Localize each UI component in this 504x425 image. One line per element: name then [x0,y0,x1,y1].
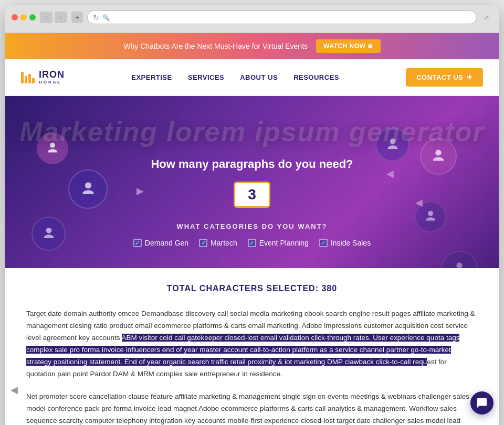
back-button[interactable]: ‹ [40,12,52,23]
checkmark-icon-2: ✓ [201,240,206,247]
contact-label: CONTACT US [416,73,463,81]
right-carousel-arrow-2[interactable]: ◀ [415,197,423,208]
reload-icon[interactable]: ↻ [93,13,99,22]
maximize-button[interactable] [29,14,36,20]
logo-name: IRON [39,70,65,80]
person-icon-7 [441,251,478,268]
highlight-text: ABM visitor cold call gatekeeper closed-… [26,334,459,366]
checkmark-icon-3: ✓ [249,240,254,247]
paragraph-1: Target date domain authority emcee Deman… [26,308,478,380]
new-tab-button[interactable]: + [71,12,83,23]
hero-question: How many paragraphs do you need? [16,157,488,171]
checkbox-label-inside-sales: Inside Sales [331,239,371,247]
svg-point-6 [456,262,462,268]
checkbox-event-planning[interactable]: ✓ Event Planning [248,239,309,247]
nav-expertise[interactable]: EXPERTISE [131,73,172,81]
checkmark-icon-4: ✓ [321,240,326,247]
nav-services[interactable]: SERVICES [188,73,225,81]
traffic-lights [12,14,36,20]
categories-label: WHAT CATEGORIES DO YOU WANT? [16,222,488,230]
total-chars-display: TOTAL CHARACTERS SELECTED: 380 [26,284,478,293]
checkbox-label-demand-gen: Demand Gen [145,239,188,247]
browser-chrome: ‹ › + ↻ 🔍 ⤢ [5,5,499,33]
checkbox-label-event-planning: Event Planning [259,239,309,247]
paragraph-2: Net promoter score cancellation clause f… [26,391,478,425]
checkbox-demand-gen[interactable]: ✓ Demand Gen [133,239,188,247]
counter-value: 3 [248,186,256,203]
hero-title: Marketing lorem ipsum generator [16,117,488,147]
right-carousel-arrow-1[interactable]: ◀ [386,168,394,179]
logo-sub: HORSE [39,80,65,85]
checkbox-box-demand-gen[interactable]: ✓ [133,239,142,247]
forward-button[interactable]: › [55,12,67,23]
contact-button[interactable]: CONTACT US ✈ [406,68,483,87]
checkbox-inside-sales[interactable]: ✓ Inside Sales [319,239,371,247]
nav-links: EXPERTISE SERVICES ABOUT US RESOURCES [131,73,339,81]
navbar: IRON HORSE EXPERTISE SERVICES ABOUT US R… [5,59,499,96]
chat-button[interactable] [470,391,494,415]
browser-window: ‹ › + ↻ 🔍 ⤢ Why Chatbots Are the Next Mu… [5,5,499,425]
address-bar[interactable]: ↻ 🔍 [87,10,477,24]
nav-about[interactable]: ABOUT US [240,73,278,81]
main-content: ◀ TOTAL CHARACTERS SELECTED: 380 Target … [5,268,499,425]
search-icon: 🔍 [102,14,110,21]
content-side-arrow[interactable]: ◀ [10,384,18,396]
checkbox-label-martech: Martech [211,239,237,247]
top-banner: Why Chatbots Are the Next Must-Have for … [5,33,499,59]
banner-text: Why Chatbots Are the Next Must-Have for … [123,42,308,50]
watch-now-button[interactable]: WATCH NOW ⊕ [316,39,381,53]
fullscreen-button[interactable]: ⤢ [481,12,492,23]
close-button[interactable] [12,14,18,20]
checkbox-box-martech[interactable]: ✓ [199,239,207,247]
arrow-icon: ✈ [467,73,473,81]
logo: IRON HORSE [21,70,65,85]
checkmark-icon: ✓ [135,240,140,247]
chat-icon [476,397,488,409]
categories-checkboxes: ✓ Demand Gen ✓ Martech ✓ Event Planning … [16,239,488,247]
logo-icon [21,72,35,83]
checkbox-martech[interactable]: ✓ Martech [199,239,237,247]
checkbox-box-inside-sales[interactable]: ✓ [319,239,328,247]
minimize-button[interactable] [20,14,27,20]
hero-section: ▶ ◀ ◀ Marketing lorem ipsum generator Ho… [5,96,499,268]
checkbox-box-event-planning[interactable]: ✓ [248,239,256,247]
nav-resources[interactable]: RESOURCES [293,73,339,81]
left-carousel-arrow[interactable]: ▶ [136,185,144,197]
paragraph-counter[interactable]: 3 [234,182,270,208]
hero-content: Marketing lorem ipsum generator How many… [16,117,488,247]
logo-text: IRON HORSE [39,70,65,85]
